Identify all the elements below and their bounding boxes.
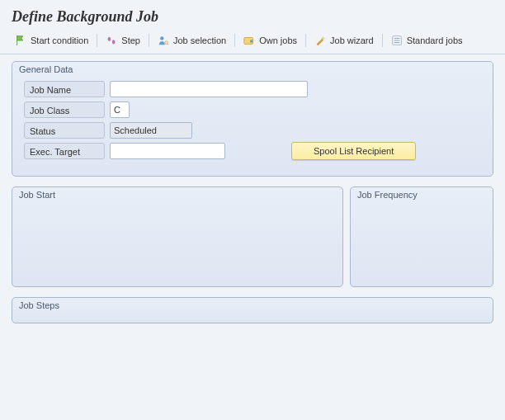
standard-jobs-button[interactable]: Standard jobs (385, 32, 470, 49)
svg-line-4 (168, 44, 168, 45)
folder-person-icon (243, 35, 255, 46)
person-search-icon (158, 35, 169, 46)
svg-point-2 (160, 36, 163, 40)
job-frequency-group: Job Frequency (350, 186, 493, 287)
own-jobs-button[interactable]: Own jobs (237, 32, 304, 49)
status-row: Status (24, 121, 481, 139)
job-class-input[interactable] (110, 101, 130, 118)
job-steps-group: Job Steps (12, 297, 493, 323)
svg-point-6 (250, 40, 253, 43)
exec-target-input[interactable] (110, 143, 225, 159)
separator (382, 34, 383, 47)
job-name-input[interactable] (110, 81, 308, 97)
general-data-title: General Data (19, 64, 73, 74)
job-class-label: Job Class (24, 101, 105, 118)
job-name-label: Job Name (24, 81, 105, 97)
job-wizard-button[interactable]: Job wizard (308, 32, 380, 49)
separator (305, 34, 306, 47)
flag-icon (15, 35, 26, 46)
job-selection-button[interactable]: Job selection (151, 32, 233, 49)
job-wizard-label: Job wizard (330, 35, 374, 45)
job-name-row: Job Name (24, 80, 481, 98)
spool-list-recipient-button[interactable]: Spool List Recipient (291, 142, 416, 160)
own-jobs-label: Own jobs (259, 35, 297, 45)
status-label: Status (24, 122, 105, 139)
separator (234, 34, 235, 47)
status-value (110, 122, 192, 139)
list-icon (391, 35, 403, 46)
svg-point-1 (112, 40, 116, 44)
job-class-row: Job Class (24, 101, 481, 119)
content-area: General Data Job Name Job Class Status E… (0, 54, 505, 340)
job-frequency-title: Job Frequency (357, 190, 418, 200)
footsteps-icon (106, 35, 117, 46)
page-title: Define Background Job (0, 0, 505, 31)
step-label: Step (121, 35, 140, 45)
job-steps-title: Job Steps (19, 300, 59, 310)
job-start-title: Job Start (19, 190, 55, 200)
job-selection-label: Job selection (173, 35, 226, 45)
wizard-icon (314, 35, 326, 46)
separator (97, 34, 97, 47)
svg-point-0 (108, 37, 111, 41)
application-toolbar: Start condition Step Job selection Own j… (0, 31, 505, 54)
job-start-group: Job Start (12, 186, 343, 287)
step-button[interactable]: Step (99, 32, 147, 49)
separator (149, 34, 149, 47)
exec-target-row: Exec. Target Spool List Recipient (24, 142, 481, 160)
standard-jobs-label: Standard jobs (407, 35, 463, 45)
exec-target-label: Exec. Target (24, 143, 105, 159)
general-data-group: General Data Job Name Job Class Status E… (12, 61, 493, 177)
svg-point-3 (165, 41, 168, 45)
start-condition-button[interactable]: Start condition (8, 32, 95, 49)
start-condition-label: Start condition (31, 35, 88, 45)
